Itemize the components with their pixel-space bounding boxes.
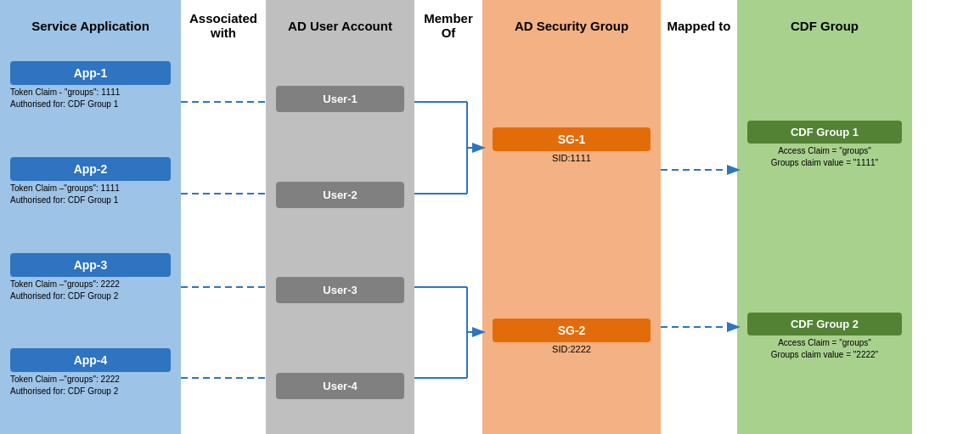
col-cdf: CDF Group CDF Group 1 Access Claim = "gr… (737, 0, 912, 434)
cdf-row-2: CDF Group 2 Access Claim = "groups" Grou… (737, 243, 912, 435)
cdf-box-1: CDF Group 1 (747, 121, 902, 144)
col-member: Member Of (414, 0, 482, 434)
cdf-row-1: CDF Group 1 Access Claim = "groups" Grou… (737, 51, 912, 243)
cdf-info-2: Access Claim = "groups" Groups claim val… (747, 337, 902, 361)
sg-row-2: SG-2 SID:2222 (482, 243, 661, 435)
app-box-2: App-2 (10, 157, 171, 181)
cdf-info-1: Access Claim = "groups" Groups claim val… (747, 145, 902, 169)
app-info-2: Token Claim –"groups": 1111 Authorised f… (10, 183, 171, 206)
sg-box-2: SG-2 (493, 318, 651, 342)
sg-row-1: SG-1 SID:1111 (482, 51, 661, 243)
col-assoc: Associated with (181, 0, 266, 434)
cdf-box-2: CDF Group 2 (747, 313, 902, 335)
col-mapped-header: Mapped to (661, 0, 737, 51)
col-mapped: Mapped to (661, 0, 737, 434)
user-row-2: User-2 (266, 147, 414, 243)
service-row-1: App-1 Token Claim - "groups": 1111 Autho… (0, 51, 181, 147)
app-info-4: Token Claim –"groups": 2222 Authorised f… (10, 374, 171, 397)
col-assoc-header: Associated with (181, 0, 266, 51)
user-row-1: User-1 (266, 51, 414, 147)
col-sg-header: AD Security Group (482, 0, 661, 51)
col-user: AD User Account User-1 User-2 User-3 Use… (266, 0, 414, 434)
user-row-4: User-4 (266, 338, 414, 434)
diagram: Service Application App-1 Token Claim - … (0, 0, 980, 434)
col-member-header: Member Of (414, 0, 482, 51)
sg-info-2: SID:2222 (493, 344, 651, 354)
service-row-2: App-2 Token Claim –"groups": 1111 Author… (0, 147, 181, 243)
app-box-3: App-3 (10, 253, 171, 277)
app-box-1: App-1 (10, 61, 171, 85)
user-box-4: User-4 (276, 373, 404, 399)
app-box-4: App-4 (10, 348, 171, 372)
sg-box-1: SG-1 (493, 127, 651, 151)
col-user-header: AD User Account (266, 0, 414, 51)
service-row-3: App-3 Token Claim –"groups": 2222 Author… (0, 243, 181, 339)
sg-info-1: SID:1111 (493, 153, 651, 163)
app-info-3: Token Claim –"groups": 2222 Authorised f… (10, 279, 171, 302)
col-sg: AD Security Group SG-1 SID:1111 SG-2 SID… (482, 0, 661, 434)
user-row-3: User-3 (266, 243, 414, 339)
user-box-2: User-2 (276, 182, 404, 208)
user-box-3: User-3 (276, 277, 404, 303)
app-info-1: Token Claim - "groups": 1111 Authorised … (10, 87, 171, 110)
col-cdf-header: CDF Group (737, 0, 912, 51)
user-box-1: User-1 (276, 86, 404, 112)
col-service-header: Service Application (0, 0, 181, 51)
col-service: Service Application App-1 Token Claim - … (0, 0, 181, 434)
service-row-4: App-4 Token Claim –"groups": 2222 Author… (0, 338, 181, 434)
